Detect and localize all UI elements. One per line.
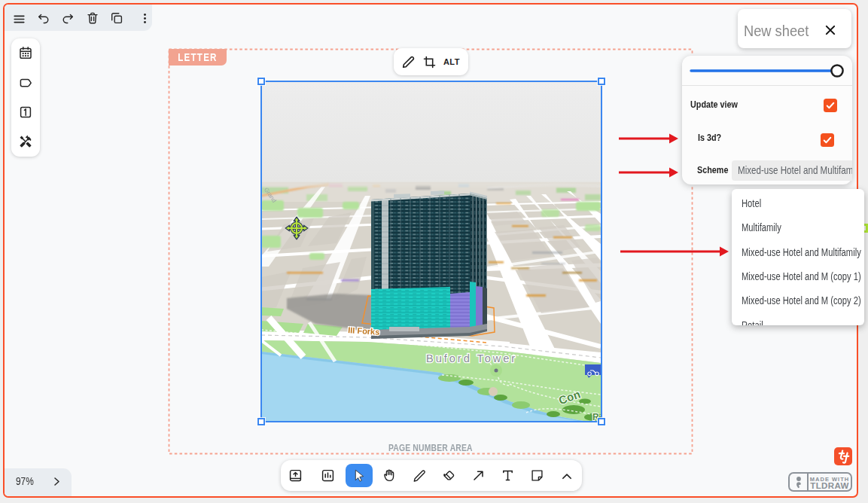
svg-text:Buford Tower: Buford Tower [426, 352, 517, 364]
